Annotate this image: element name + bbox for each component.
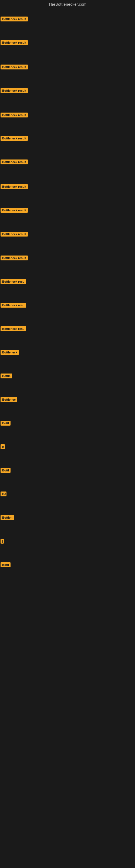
result-row-10: Bottleneck result [1, 231, 28, 238]
bottleneck-badge-8: Bottleneck result [1, 184, 28, 189]
bottleneck-badge-20: Bottl [1, 468, 10, 473]
result-row-4: Bottleneck result [1, 88, 28, 94]
result-row-14: Bottleneck resu [1, 326, 26, 332]
result-row-7: Bottleneck result [1, 159, 28, 165]
bottleneck-badge-11: Bottleneck result [1, 255, 28, 260]
result-row-8: Bottleneck result [1, 184, 28, 190]
result-row-19: B [1, 444, 5, 450]
bottleneck-badge-2: Bottleneck result [1, 40, 28, 45]
result-row-12: Bottleneck resu [1, 279, 26, 285]
bottleneck-badge-7: Bottleneck result [1, 159, 28, 164]
bottleneck-badge-22: Bottlen [1, 515, 14, 520]
bottleneck-badge-1: Bottleneck result [1, 17, 28, 22]
bottleneck-badge-9: Bottleneck result [1, 208, 28, 213]
result-row-20: Bottl [1, 468, 10, 474]
result-row-23: | [1, 539, 4, 545]
bottleneck-badge-14: Bottleneck resu [1, 326, 26, 331]
bottleneck-badge-24: Bottl [1, 562, 10, 567]
result-row-9: Bottleneck result [1, 208, 28, 214]
bottleneck-badge-10: Bottleneck result [1, 231, 28, 237]
result-row-16: Bottle [1, 373, 12, 379]
result-row-1: Bottleneck result [1, 17, 28, 23]
result-row-24: Bottl [1, 562, 10, 568]
bottleneck-badge-13: Bottleneck resu [1, 303, 26, 308]
result-row-18: Bottl [1, 421, 10, 427]
bottleneck-badge-21: Bo [1, 492, 6, 496]
bottleneck-badge-15: Bottleneck [1, 350, 19, 355]
bottleneck-badge-3: Bottleneck result [1, 65, 28, 69]
site-title: TheBottlenecker.com [0, 0, 135, 9]
result-row-21: Bo [1, 492, 6, 497]
bottleneck-badge-4: Bottleneck result [1, 88, 28, 93]
result-row-6: Bottleneck result [1, 136, 28, 142]
bottleneck-badge-12: Bottleneck resu [1, 279, 26, 284]
result-row-5: Bottleneck result [1, 113, 28, 119]
result-row-3: Bottleneck result [1, 65, 28, 70]
result-row-13: Bottleneck resu [1, 303, 26, 309]
result-row-22: Bottlen [1, 515, 14, 521]
bottleneck-badge-17: Bottlenec [1, 397, 17, 402]
result-row-15: Bottleneck [1, 350, 19, 356]
result-row-17: Bottlenec [1, 397, 17, 403]
bottleneck-badge-19: B [1, 444, 5, 449]
bottleneck-badge-16: Bottle [1, 373, 12, 378]
bottleneck-badge-18: Bottl [1, 421, 10, 426]
result-row-11: Bottleneck result [1, 255, 28, 261]
bottleneck-badge-6: Bottleneck result [1, 136, 28, 141]
result-row-2: Bottleneck result [1, 40, 28, 46]
bottleneck-badge-5: Bottleneck result [1, 113, 28, 118]
bottleneck-badge-23: | [1, 539, 4, 544]
